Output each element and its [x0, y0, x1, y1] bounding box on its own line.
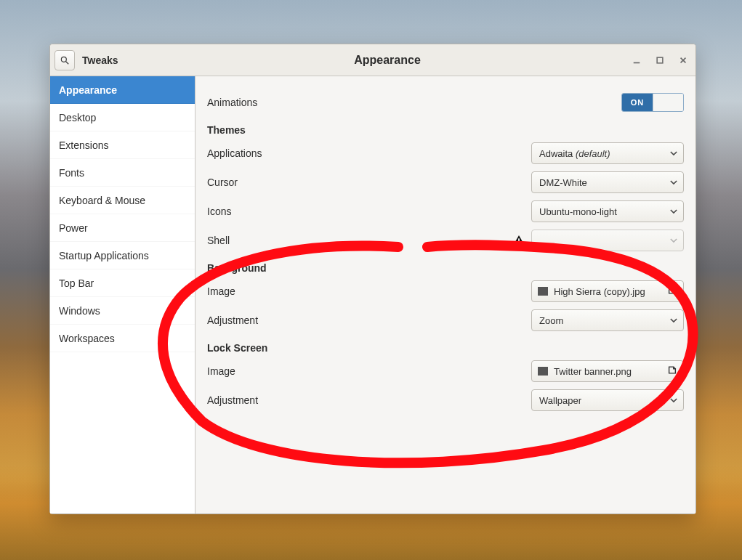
chevron-down-icon	[670, 177, 677, 188]
sidebar-item-fonts[interactable]: Fonts	[50, 159, 195, 187]
maximize-button[interactable]	[655, 55, 665, 65]
row-label: Shell	[207, 235, 230, 246]
file-name: High Sierra (copy).jpg	[554, 286, 645, 297]
sidebar-item-label: Startup Applications	[59, 250, 149, 261]
sidebar-item-label: Windows	[59, 305, 100, 317]
row-label: Adjustment	[207, 315, 258, 326]
sidebar-item-windows[interactable]: Windows	[50, 297, 195, 325]
image-icon	[538, 287, 548, 296]
dropdown-value: DMZ-White	[539, 177, 587, 188]
chevron-down-icon	[670, 206, 677, 217]
sidebar-item-label: Desktop	[59, 112, 96, 123]
row-label: Icons	[207, 206, 231, 217]
app-title: Tweaks	[82, 54, 118, 66]
svg-line-1	[66, 61, 69, 64]
svg-rect-2	[634, 62, 640, 63]
sidebar-item-label: Fonts	[59, 167, 84, 179]
cursor-dropdown[interactable]: DMZ-White	[531, 171, 684, 193]
row-background-image: Image High Sierra (copy).jpg	[207, 277, 684, 306]
animations-toggle[interactable]: ON	[621, 93, 684, 112]
sidebar-item-label: Workspaces	[59, 333, 115, 344]
close-button[interactable]	[678, 55, 688, 65]
row-label: Adjustment	[207, 394, 258, 406]
sidebar-item-label: Extensions	[59, 139, 108, 151]
search-button[interactable]	[55, 50, 75, 70]
row-label: Animations	[207, 97, 257, 108]
lockscreen-adjustment-dropdown[interactable]: Wallpaper	[531, 389, 684, 411]
sidebar-item-label: Power	[59, 222, 88, 234]
dropdown-value: Wallpaper	[539, 395, 581, 406]
chevron-down-icon	[670, 148, 677, 159]
chevron-down-icon	[670, 315, 677, 326]
row-lockscreen-adjustment: Adjustment Wallpaper	[207, 386, 684, 415]
default-suffix: (default)	[576, 148, 610, 159]
dropdown-value: Adwaita	[539, 148, 573, 159]
svg-rect-7	[518, 243, 520, 244]
section-background: Background	[207, 255, 684, 277]
icons-dropdown[interactable]: Ubuntu-mono-light	[531, 200, 684, 222]
sidebar-item-label: Top Bar	[59, 277, 94, 289]
dropdown-value: Zoom	[539, 315, 563, 326]
applications-dropdown[interactable]: Adwaita (default)	[531, 142, 684, 164]
row-label: Image	[207, 365, 235, 377]
section-lockscreen: Lock Screen	[207, 335, 684, 357]
image-icon	[538, 367, 548, 376]
section-themes: Themes	[207, 117, 684, 139]
shell-dropdown[interactable]	[531, 230, 684, 251]
sidebar-item-startup-applications[interactable]: Startup Applications	[50, 242, 195, 269]
titlebar-left: Tweaks	[50, 50, 195, 70]
document-open-icon	[667, 365, 677, 378]
tweaks-window: Tweaks Appearance Appearance Desktop Ext…	[49, 44, 696, 514]
sidebar-item-desktop[interactable]: Desktop	[50, 104, 195, 131]
svg-point-0	[61, 57, 66, 62]
sidebar-item-workspaces[interactable]: Workspaces	[50, 325, 195, 352]
appearance-pane: Animations ON Themes Applications Adwait…	[195, 76, 695, 514]
lockscreen-image-chooser[interactable]: Twitter banner.png	[531, 360, 684, 382]
sidebar-item-label: Keyboard & Mouse	[59, 195, 145, 206]
chevron-down-icon	[670, 395, 677, 406]
minimize-button[interactable]	[632, 55, 642, 65]
background-adjustment-dropdown[interactable]: Zoom	[531, 309, 684, 331]
row-lockscreen-image: Image Twitter banner.png	[207, 357, 684, 386]
sidebar-item-power[interactable]: Power	[50, 214, 195, 242]
row-icons: Icons Ubuntu-mono-light	[207, 197, 684, 226]
toggle-on-label: ON	[622, 94, 653, 111]
row-label: Image	[207, 285, 235, 297]
sidebar: Appearance Desktop Extensions Fonts Keyb…	[50, 76, 195, 514]
content: Appearance Desktop Extensions Fonts Keyb…	[50, 76, 695, 514]
row-animations: Animations ON	[207, 88, 684, 117]
sidebar-item-appearance[interactable]: Appearance	[50, 76, 195, 104]
toggle-knob	[653, 94, 683, 111]
row-cursor: Cursor DMZ-White	[207, 168, 684, 197]
row-shell: Shell	[207, 226, 684, 255]
titlebar: Tweaks Appearance	[50, 44, 695, 76]
sidebar-item-label: Appearance	[59, 84, 117, 96]
row-background-adjustment: Adjustment Zoom	[207, 306, 684, 335]
background-image-chooser[interactable]: High Sierra (copy).jpg	[531, 280, 684, 302]
sidebar-item-keyboard-mouse[interactable]: Keyboard & Mouse	[50, 187, 195, 214]
warning-icon	[512, 235, 525, 246]
document-open-icon	[667, 285, 677, 298]
sidebar-item-extensions[interactable]: Extensions	[50, 131, 195, 159]
svg-rect-3	[657, 57, 663, 63]
search-icon	[60, 55, 70, 65]
row-label: Applications	[207, 147, 262, 159]
chevron-down-icon	[670, 235, 677, 246]
dropdown-value: Ubuntu-mono-light	[539, 206, 617, 217]
file-name: Twitter banner.png	[554, 366, 632, 377]
svg-rect-6	[518, 238, 520, 241]
row-label: Cursor	[207, 176, 238, 188]
row-applications: Applications Adwaita (default)	[207, 139, 684, 168]
page-title: Appearance	[195, 54, 579, 67]
window-controls	[579, 55, 695, 65]
sidebar-item-top-bar[interactable]: Top Bar	[50, 269, 195, 297]
